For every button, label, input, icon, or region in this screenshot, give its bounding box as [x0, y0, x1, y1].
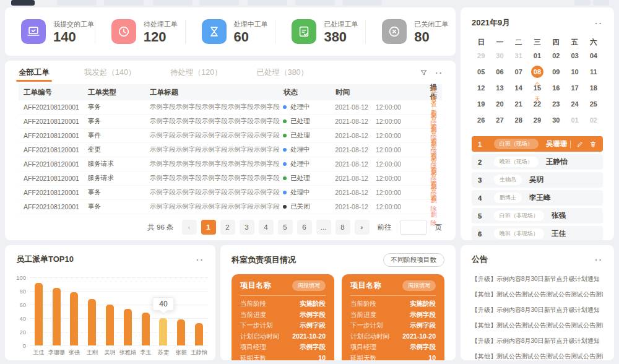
calendar-day[interactable]: 21 — [509, 97, 528, 113]
calendar-day[interactable]: 16 — [547, 80, 565, 97]
calendar-day[interactable]: 10 — [565, 64, 584, 80]
calendar-day[interactable]: 05 — [472, 64, 490, 80]
next-page-button[interactable]: › — [355, 220, 370, 235]
tag-tab[interactable] — [248, 0, 287, 6]
page-button[interactable]: 2 — [220, 220, 235, 235]
filter-icon[interactable] — [420, 69, 428, 77]
calendar-day[interactable]: 17 — [565, 80, 584, 97]
page-button[interactable]: 8 — [335, 220, 350, 235]
more-icon[interactable]: ·· — [595, 256, 603, 264]
calendar-day[interactable]: 28 — [509, 113, 528, 129]
calendar-day[interactable]: 12 — [472, 80, 490, 97]
tag-tab[interactable] — [57, 0, 97, 6]
calendar-day[interactable]: 01 — [565, 113, 584, 129]
bar[interactable] — [195, 323, 203, 345]
order-title: 示例字段示例字段示例字段示例字段示例字段 — [150, 103, 284, 111]
bar[interactable] — [35, 283, 43, 345]
more-icon[interactable]: ·· — [595, 19, 603, 27]
shift-item[interactable]: 2晚班（现场）王静怡 — [472, 154, 603, 170]
stage-count-button[interactable]: 不同阶段项目数 — [383, 253, 445, 267]
more-icon[interactable]: ·· — [435, 69, 443, 77]
calendar-day[interactable]: 01 — [528, 48, 547, 64]
calendar-day[interactable]: 03 — [565, 48, 584, 64]
tab-已处理（380）[interactable]: 已处理（380） — [257, 61, 308, 84]
order-id: AFF202108120001 — [19, 132, 88, 139]
calendar-day[interactable]: 19 — [472, 97, 490, 113]
page-button[interactable]: 6 — [297, 220, 312, 235]
calendar-day[interactable]: 08今天 — [528, 64, 547, 80]
calendar-day[interactable]: 27 — [490, 113, 509, 129]
notice-item[interactable]: 【升级】示例内容8月30日新节点升级计划通知 — [472, 271, 603, 287]
weekly-report-tag[interactable]: 周报填写 — [292, 280, 326, 291]
tag-tab[interactable] — [199, 0, 239, 6]
bar[interactable] — [88, 299, 96, 345]
stat-value: 380 — [324, 30, 358, 44]
tag-tool[interactable] — [593, 0, 609, 6]
bar[interactable] — [124, 309, 132, 345]
calendar-day[interactable]: 25 — [584, 97, 603, 113]
calendar-day[interactable]: 23 — [547, 97, 565, 113]
status-dot — [283, 119, 287, 123]
calendar-day[interactable]: 18 — [584, 80, 603, 97]
calendar-day[interactable]: 26 — [472, 113, 490, 129]
calendar-day[interactable]: 31 — [509, 48, 528, 64]
shift-item[interactable]: 3生物岛吴玥 — [472, 172, 603, 188]
bar[interactable] — [70, 292, 78, 345]
view-link[interactable]: 查看 — [431, 186, 438, 202]
calendar-day[interactable]: 29 — [472, 48, 490, 64]
tab-全部工单[interactable]: 全部工单 — [19, 61, 50, 84]
column-header: 工单编号 — [19, 88, 88, 97]
calendar-day[interactable]: 30 — [490, 48, 509, 64]
bar[interactable] — [177, 319, 185, 345]
tag-tab[interactable] — [104, 0, 144, 6]
calendar-day[interactable]: 07 — [509, 64, 528, 80]
calendar-day[interactable]: 06 — [490, 64, 509, 80]
bar[interactable] — [142, 313, 150, 345]
trash-icon[interactable] — [589, 141, 597, 148]
tab-待处理（120）[interactable]: 待处理（120） — [170, 61, 222, 84]
calendar-day[interactable]: 09 — [547, 64, 565, 80]
tag-tab[interactable] — [153, 0, 193, 6]
notice-item[interactable]: 【其他】测试公告测试公告测试公告测试公告测试公告 — [472, 349, 603, 360]
notice-item[interactable]: 【其他】测试公告测试公告测试公告测试公告测试公告 — [472, 318, 603, 333]
prev-page-button[interactable]: ‹ — [182, 220, 197, 235]
calendar-day[interactable]: 30 — [547, 113, 565, 129]
edit-icon[interactable] — [576, 141, 584, 148]
calendar-day[interactable]: 02 — [547, 48, 565, 64]
calendar-day[interactable]: 22 — [528, 97, 547, 113]
notice-item[interactable]: 【升级】示例内容8月30日新节点升级计划通知 — [472, 333, 603, 349]
calendar-day[interactable]: 04 — [584, 48, 603, 64]
page-button[interactable]: 5 — [278, 220, 293, 235]
order-type: 事务 — [88, 188, 150, 197]
shift-item[interactable]: 1白班（现场）吴珊珊 — [472, 136, 603, 152]
shift-item[interactable]: 5白班（非现场）张强 — [472, 208, 603, 223]
calendar-day[interactable]: 24 — [565, 97, 584, 113]
page-button[interactable]: 1 — [201, 220, 216, 235]
tag-tab-active[interactable] — [11, 0, 35, 6]
bar[interactable] — [106, 305, 114, 345]
notice-item[interactable]: 【升级】示例内容8月30日新节点升级计划通知 — [472, 302, 603, 318]
page-button[interactable]: 3 — [240, 220, 254, 235]
notice-item[interactable]: 【其他】测试公告测试公告测试公告测试公告测试公告 — [472, 287, 603, 302]
order-id: AFF202108120001 — [19, 146, 88, 154]
tag-tool[interactable] — [574, 0, 591, 6]
calendar-day[interactable]: 29 — [528, 113, 547, 129]
page-goto-input[interactable] — [400, 220, 427, 235]
calendar-day[interactable]: 14 — [509, 80, 528, 97]
bar[interactable] — [159, 318, 167, 345]
tag-tab[interactable] — [342, 0, 382, 6]
projects-panel: 科室负责项目情况 不同阶段项目数 项目名称周报填写当前阶段实施阶段当前进度示例字… — [220, 245, 456, 360]
bar[interactable] — [53, 288, 61, 346]
page-button[interactable]: 4 — [259, 220, 274, 235]
calendar-day[interactable]: 20 — [490, 97, 509, 113]
shift-item[interactable]: 4鹏博士李王峰 — [472, 190, 603, 206]
page-button[interactable]: ... — [316, 220, 331, 235]
calendar-day[interactable]: 15 — [528, 80, 547, 97]
calendar-day[interactable]: 11 — [584, 64, 603, 80]
tag-tab[interactable] — [295, 0, 335, 6]
shift-item[interactable]: 6晚班（非现场）王佳 — [472, 226, 603, 240]
calendar-day[interactable]: 02 — [584, 113, 603, 129]
weekly-report-tag[interactable]: 周报填写 — [402, 280, 436, 291]
calendar-day[interactable]: 13 — [490, 80, 509, 97]
tab-我发起（140）[interactable]: 我发起（140） — [84, 61, 136, 84]
